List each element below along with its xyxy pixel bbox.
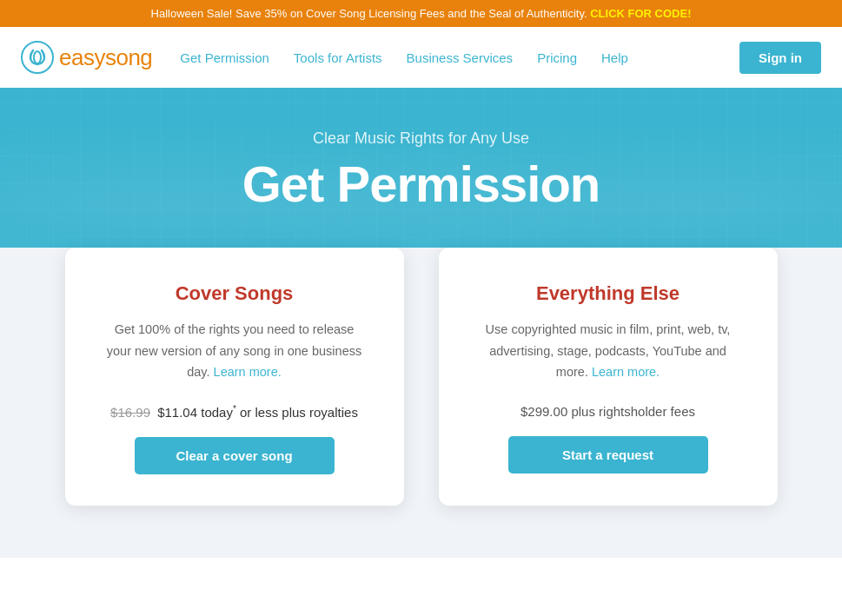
nav-tools-for-artists[interactable]: Tools for Artists: [294, 50, 382, 65]
logo-text-song: song: [105, 44, 152, 70]
nav-help[interactable]: Help: [601, 50, 628, 65]
cover-songs-title: Cover Songs: [176, 282, 294, 305]
nav-get-permission[interactable]: Get Permission: [180, 50, 269, 65]
logo[interactable]: easysong: [21, 41, 152, 74]
logo-text: easysong: [59, 44, 152, 71]
main-nav: Get Permission Tools for Artists Busines…: [180, 50, 739, 65]
everything-else-title: Everything Else: [536, 282, 680, 305]
everything-else-learn-more[interactable]: Learn more.: [592, 365, 660, 379]
price-current: $11.04 today* or less plus royalties: [157, 405, 358, 420]
header: easysong Get Permission Tools for Artist…: [0, 27, 842, 88]
everything-else-card: Everything Else Use copyrighted music in…: [439, 248, 778, 506]
nav-business-services[interactable]: Business Services: [407, 50, 514, 65]
signin-button[interactable]: Sign in: [739, 42, 821, 74]
svg-point-0: [22, 42, 53, 73]
start-request-button[interactable]: Start a request: [508, 436, 708, 474]
price-original: $16.99: [110, 405, 150, 420]
nav-pricing[interactable]: Pricing: [537, 50, 577, 65]
logo-text-easy: easy: [59, 44, 105, 70]
cover-songs-card: Cover Songs Get 100% of the rights you n…: [65, 248, 404, 506]
everything-else-description: Use copyrighted music in film, print, we…: [477, 319, 739, 383]
svg-point-1: [34, 51, 41, 63]
cover-songs-learn-more[interactable]: Learn more.: [214, 365, 282, 379]
announcement-bar: Halloween Sale! Save 35% on Cover Song L…: [0, 0, 842, 27]
clear-cover-song-button[interactable]: Clear a cover song: [135, 437, 335, 474]
announcement-cta[interactable]: CLICK FOR CODE!: [590, 7, 691, 20]
hero-title: Get Permission: [21, 155, 821, 213]
cover-songs-price: $16.99 $11.04 today* or less plus royalt…: [110, 404, 358, 420]
announcement-text: Halloween Sale! Save 35% on Cover Song L…: [151, 7, 587, 20]
cards-section: Cover Songs Get 100% of the rights you n…: [0, 248, 842, 558]
cover-songs-description: Get 100% of the rights you need to relea…: [103, 319, 366, 383]
logo-icon: [21, 41, 54, 74]
hero-subtitle: Clear Music Rights for Any Use: [21, 129, 821, 148]
everything-else-price: $299.00 plus rightsholder fees: [520, 404, 695, 419]
